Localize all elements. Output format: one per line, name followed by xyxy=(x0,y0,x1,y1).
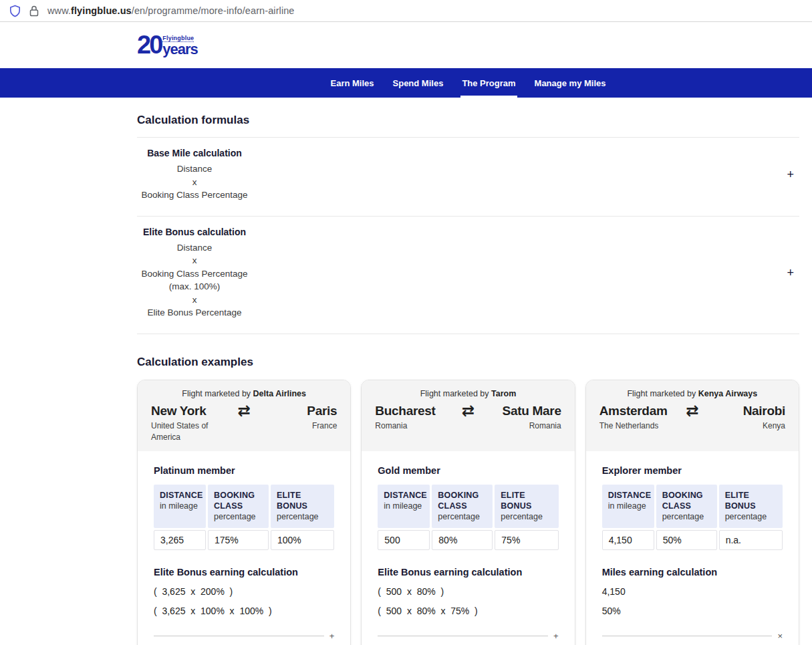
formula-line: Booking Class Percentage xyxy=(137,267,252,281)
card-body: Gold member DISTANCE in mileage BOOKING … xyxy=(362,451,574,645)
col-sub: percentage xyxy=(277,511,328,523)
table-value-cell: 50% xyxy=(656,530,717,550)
destination-country: Romania xyxy=(481,420,561,431)
card-header: Flight marketed by Tarom Bucharest Roman… xyxy=(362,380,574,451)
col-sub: in mileage xyxy=(608,501,648,512)
flyingblue-20-years-logo[interactable]: 20 Flyingblue years xyxy=(137,34,799,55)
lock-icon[interactable] xyxy=(29,5,39,17)
plus-icon: + xyxy=(329,631,335,641)
logo-number: 20 xyxy=(137,34,161,55)
member-tier-title: Platinum member xyxy=(154,465,334,476)
col-title: DISTANCE xyxy=(608,490,648,501)
origin-country: United States of America xyxy=(151,420,231,442)
member-tier-title: Explorer member xyxy=(602,465,783,476)
destination-city: Paris xyxy=(257,404,337,418)
col-title: BOOKING CLASS xyxy=(438,490,487,512)
table-value-cell: 4,150 xyxy=(602,530,654,550)
route-origin: New York United States of America xyxy=(151,404,231,442)
card-body: Explorer member DISTANCE in mileage BOOK… xyxy=(586,451,799,645)
calc-line: 50% xyxy=(602,606,783,616)
table-header-cell: ELITE BONUS percentage xyxy=(495,485,558,528)
table-header-cell: ELITE BONUS percentage xyxy=(719,485,783,528)
table-header-cell: DISTANCE in mileage xyxy=(602,485,654,528)
destination-city: Nairobi xyxy=(705,404,785,418)
calc-title: Miles earning calculation xyxy=(602,567,783,577)
col-sub: percentage xyxy=(501,511,552,523)
swap-arrows-icon: ⇄ xyxy=(679,403,705,418)
table-header-cell: ELITE BONUS percentage xyxy=(271,485,334,528)
nav-item-manage-my-miles[interactable]: Manage my Miles xyxy=(533,68,607,98)
airline-name: Kenya Airways xyxy=(698,389,757,398)
route-destination: Nairobi Kenya xyxy=(705,404,785,432)
table-header-cell: DISTANCE in mileage xyxy=(378,485,430,528)
route-origin: Bucharest Romania xyxy=(375,404,455,432)
table-value-cell: n.a. xyxy=(719,530,783,550)
main-navigation: Earn Miles Spend Miles The Program Manag… xyxy=(0,68,812,98)
airline-name: Tarom xyxy=(491,389,516,398)
logo-years: years xyxy=(162,43,198,56)
origin-city: New York xyxy=(151,404,231,418)
formula-line: Booking Class Percentage xyxy=(137,188,252,202)
calc-line: 4,150 xyxy=(602,586,783,597)
nav-item-earn-miles[interactable]: Earn Miles xyxy=(329,68,375,98)
destination-city: Satu Mare xyxy=(481,404,561,418)
table-header-cell: DISTANCE in mileage xyxy=(154,485,206,528)
table-header-cell: BOOKING CLASS percentage xyxy=(656,485,717,528)
example-card-kenya-airways: Flight marketed by Kenya Airways Amsterd… xyxy=(585,380,799,645)
col-title: BOOKING CLASS xyxy=(214,490,263,512)
col-title: ELITE BONUS xyxy=(277,490,328,512)
plus-icon: + xyxy=(553,631,559,641)
swap-arrows-icon: ⇄ xyxy=(231,403,257,418)
accordion-elite-bonus-calculation[interactable]: Elite Bonus calculation Distance x Booki… xyxy=(137,217,799,334)
origin-country: Romania xyxy=(375,420,455,431)
table-header-cell: BOOKING CLASS percentage xyxy=(432,485,493,528)
calc-title: Elite Bonus earning calculation xyxy=(378,567,558,577)
sum-divider: × xyxy=(602,631,783,641)
url-prefix: www. xyxy=(47,5,71,16)
calc-line: ( 3,625 x 200% ) xyxy=(154,586,334,597)
formula-line: Distance xyxy=(137,162,252,176)
divider xyxy=(137,334,799,334)
calc-title: Elite Bonus earning calculation xyxy=(154,567,334,577)
example-card-delta: Flight marketed by Delta Airlines New Yo… xyxy=(137,380,351,645)
accordion-base-mile-calculation[interactable]: Base Mile calculation Distance x Booking… xyxy=(137,138,799,216)
multiply-sign: x xyxy=(137,293,252,307)
examples-section-title: Calculation examples xyxy=(137,356,799,369)
calc-line: ( 3,625 x 100% x 100% ) xyxy=(154,606,334,616)
url-path: /en/programme/more-info/earn-airline xyxy=(132,5,295,16)
card-header: Flight marketed by Kenya Airways Amsterd… xyxy=(586,380,799,451)
example-cards-row: Flight marketed by Delta Airlines New Yo… xyxy=(137,380,799,645)
browser-url-bar: www.flyingblue.us/en/programme/more-info… xyxy=(0,0,812,22)
marketed-prefix: Flight marketed by xyxy=(420,389,489,398)
table-value-cell: 500 xyxy=(378,530,430,550)
calc-line: ( 500 x 80% ) xyxy=(378,586,558,597)
col-title: BOOKING CLASS xyxy=(662,490,711,512)
member-tier-title: Gold member xyxy=(378,465,558,476)
route-destination: Paris France xyxy=(257,404,337,432)
formula-line: Elite Bonus Percentage xyxy=(137,306,252,319)
multiply-sign: x xyxy=(137,176,252,189)
col-sub: percentage xyxy=(725,511,777,523)
earning-table: DISTANCE in mileage BOOKING CLASS percen… xyxy=(154,485,334,550)
swap-arrows-icon: ⇄ xyxy=(455,403,481,418)
url-input[interactable]: www.flyingblue.us/en/programme/more-info… xyxy=(47,5,295,16)
marketed-prefix: Flight marketed by xyxy=(627,389,696,398)
earning-table: DISTANCE in mileage BOOKING CLASS percen… xyxy=(602,485,783,550)
col-sub: percentage xyxy=(214,511,263,523)
col-sub: in mileage xyxy=(160,501,200,512)
col-title: DISTANCE xyxy=(384,490,424,501)
table-value-cell: 175% xyxy=(208,530,269,550)
earning-table: DISTANCE in mileage BOOKING CLASS percen… xyxy=(378,485,558,550)
shield-icon[interactable] xyxy=(9,5,21,17)
nav-item-the-program[interactable]: The Program xyxy=(460,68,517,98)
sum-divider: + xyxy=(154,631,334,641)
origin-city: Amsterdam xyxy=(599,404,680,418)
expand-plus-icon[interactable]: + xyxy=(787,267,794,279)
accordion-title: Elite Bonus calculation xyxy=(137,227,252,237)
card-header: Flight marketed by Delta Airlines New Yo… xyxy=(138,380,350,451)
calc-line: ( 500 x 80% x 75% ) xyxy=(378,606,558,616)
nav-item-spend-miles[interactable]: Spend Miles xyxy=(392,68,445,98)
expand-plus-icon[interactable]: + xyxy=(787,168,794,180)
example-card-tarom: Flight marketed by Tarom Bucharest Roman… xyxy=(361,380,575,645)
table-value-cell: 100% xyxy=(271,530,334,550)
